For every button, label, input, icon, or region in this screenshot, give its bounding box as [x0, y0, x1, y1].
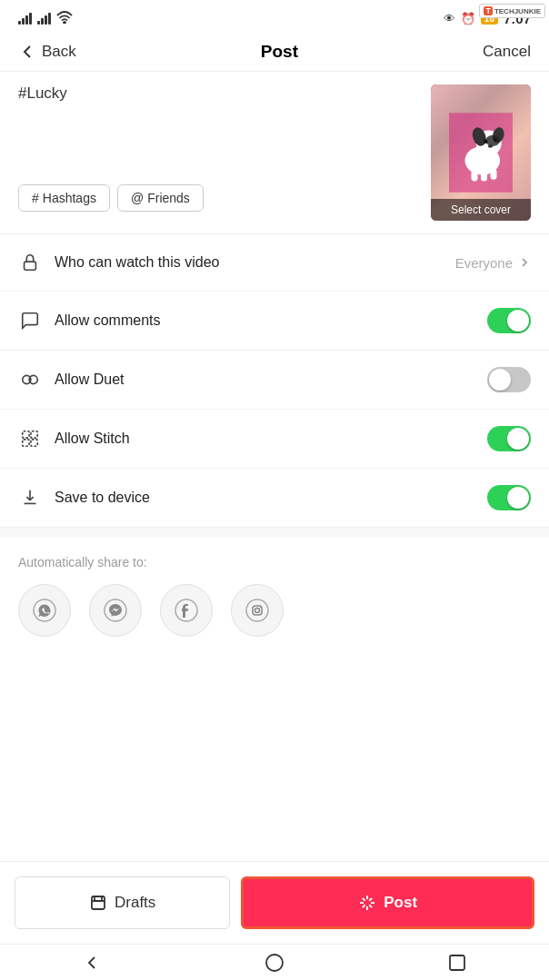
allow-duet-row: Allow Duet	[0, 351, 549, 410]
allow-duet-label: Allow Duet	[55, 371, 124, 388]
toggle-knob	[507, 487, 529, 509]
nav-back-button[interactable]	[82, 953, 102, 973]
svg-point-29	[266, 955, 283, 971]
allow-comments-row: Allow comments	[0, 292, 549, 351]
stitch-icon	[18, 427, 42, 450]
svg-point-21	[105, 599, 126, 621]
svg-point-25	[255, 609, 260, 613]
section-gap	[0, 528, 549, 537]
allow-stitch-toggle[interactable]	[487, 426, 531, 451]
lock-icon	[18, 251, 42, 274]
whatsapp-share-button[interactable]	[18, 584, 71, 637]
toggle-knob	[489, 369, 511, 391]
friends-button[interactable]: @ Friends	[117, 184, 204, 212]
allow-comments-label: Allow comments	[55, 312, 160, 329]
svg-point-8	[494, 138, 497, 142]
allow-duet-left: Allow Duet	[18, 368, 487, 391]
caption-hashtag: #Lucky	[18, 84, 67, 102]
bottom-buttons: Drafts Post	[0, 861, 549, 944]
everyone-label: Everyone	[455, 255, 513, 271]
status-left	[18, 11, 73, 26]
facebook-share-button[interactable]	[160, 584, 213, 637]
caption-area: #Lucky # Hashtags @ Friends	[0, 72, 549, 233]
eye-icon: 👁	[444, 12, 455, 25]
allow-comments-toggle[interactable]	[487, 308, 531, 333]
svg-point-23	[246, 599, 268, 621]
who-can-watch-left: Who can watch this video	[18, 251, 455, 274]
cancel-button[interactable]: Cancel	[483, 43, 531, 61]
main-content: #Lucky # Hashtags @ Friends	[0, 72, 549, 651]
svg-rect-28	[95, 896, 102, 901]
instagram-share-button[interactable]	[231, 584, 284, 637]
caption-input[interactable]: #Lucky	[18, 84, 420, 157]
status-bar: 👁 ⏰ 18 7:07	[0, 0, 549, 33]
drafts-button[interactable]: Drafts	[15, 876, 230, 929]
at-symbol: @	[131, 191, 144, 205]
share-icons	[18, 584, 531, 637]
nav-home-button[interactable]	[265, 953, 284, 973]
post-button[interactable]: Post	[241, 876, 534, 929]
comment-icon	[18, 309, 42, 332]
svg-rect-11	[481, 170, 487, 181]
allow-stitch-left: Allow Stitch	[18, 427, 487, 450]
svg-point-6	[485, 135, 500, 146]
caption-tags: # Hashtags @ Friends	[18, 184, 420, 212]
share-section: Automatically share to:	[0, 537, 549, 651]
svg-point-0	[64, 22, 65, 24]
share-label: Automatically share to:	[18, 555, 531, 569]
svg-point-7	[484, 140, 487, 144]
svg-rect-13	[25, 262, 36, 270]
allow-duet-toggle[interactable]	[487, 367, 531, 392]
hashtags-button[interactable]: # Hashtags	[18, 184, 110, 212]
navigation-bar	[0, 944, 549, 980]
chevron-right-icon	[518, 256, 531, 269]
settings-section: Who can watch this video Everyone Allow …	[0, 234, 549, 528]
who-can-watch-value: Everyone	[455, 255, 531, 271]
nav-recents-button[interactable]	[447, 953, 467, 973]
save-to-device-toggle[interactable]	[487, 485, 531, 510]
svg-rect-17	[31, 431, 37, 438]
page-header: Back Post Cancel	[0, 33, 549, 72]
select-cover-label[interactable]: Select cover	[431, 199, 531, 221]
hashtags-label: Hashtags	[43, 191, 96, 205]
save-to-device-row: Save to device	[0, 469, 549, 528]
allow-comments-left: Allow comments	[18, 309, 487, 332]
who-can-watch-label: Who can watch this video	[55, 254, 219, 271]
svg-point-26	[260, 606, 262, 608]
video-thumbnail[interactable]: Select cover	[431, 84, 531, 221]
svg-rect-12	[491, 169, 497, 180]
page-title: Post	[261, 42, 298, 62]
messenger-share-button[interactable]	[89, 584, 142, 637]
back-button[interactable]: Back	[18, 43, 76, 61]
allow-stitch-row: Allow Stitch	[0, 410, 549, 469]
download-icon	[18, 486, 42, 510]
signal-1-icon	[18, 12, 32, 25]
toggle-knob	[507, 310, 529, 332]
back-label: Back	[42, 43, 76, 61]
post-label: Post	[384, 894, 417, 912]
duet-icon	[18, 368, 42, 391]
wifi-icon	[56, 11, 73, 26]
friends-label: Friends	[147, 191, 190, 205]
svg-rect-16	[23, 431, 29, 438]
svg-rect-19	[31, 440, 37, 446]
caption-text-area: #Lucky # Hashtags @ Friends	[18, 84, 420, 212]
save-to-device-label: Save to device	[55, 490, 150, 506]
signal-2-icon	[37, 12, 51, 25]
alarm-icon: ⏰	[461, 12, 475, 25]
drafts-icon	[89, 894, 107, 912]
svg-rect-18	[23, 440, 29, 446]
svg-rect-10	[472, 170, 478, 181]
hashtag-symbol: #	[32, 191, 39, 205]
svg-rect-27	[92, 896, 105, 909]
sparkle-icon	[358, 894, 376, 912]
who-can-watch-row[interactable]: Who can watch this video Everyone	[0, 234, 549, 292]
techjunkie-watermark: T TECHJUNKIE	[479, 4, 545, 18]
allow-stitch-label: Allow Stitch	[55, 431, 130, 447]
svg-point-9	[488, 144, 493, 148]
toggle-knob	[507, 428, 529, 450]
svg-rect-30	[450, 955, 464, 970]
drafts-label: Drafts	[115, 894, 155, 912]
save-to-device-left: Save to device	[18, 486, 487, 510]
